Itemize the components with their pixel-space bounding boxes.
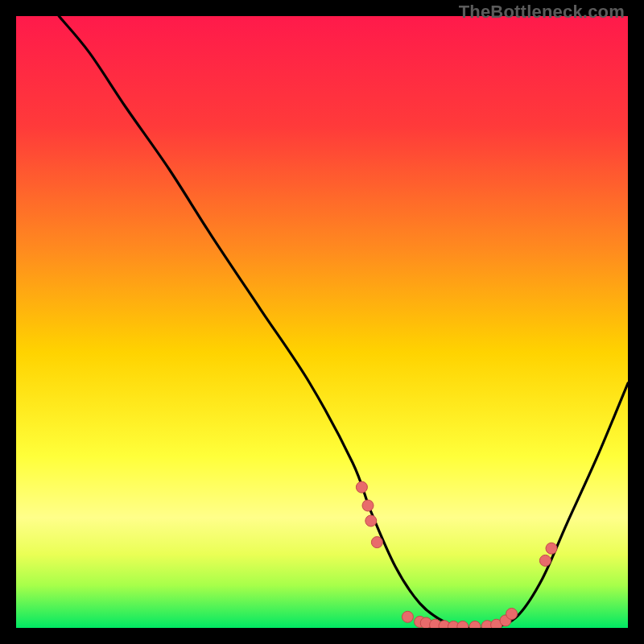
data-point-marker bbox=[546, 543, 557, 554]
data-point-marker bbox=[356, 481, 367, 493]
data-point-marker bbox=[371, 537, 382, 548]
data-point-marker bbox=[402, 611, 413, 622]
data-point-marker bbox=[365, 515, 377, 526]
gradient-background bbox=[16, 16, 628, 628]
data-point-marker bbox=[539, 555, 551, 566]
watermark-text: TheBottleneck.com bbox=[459, 2, 625, 23]
data-point-marker bbox=[362, 500, 374, 511]
data-point-marker bbox=[506, 609, 518, 620]
bottleneck-chart bbox=[16, 16, 628, 628]
chart-frame bbox=[16, 16, 628, 628]
